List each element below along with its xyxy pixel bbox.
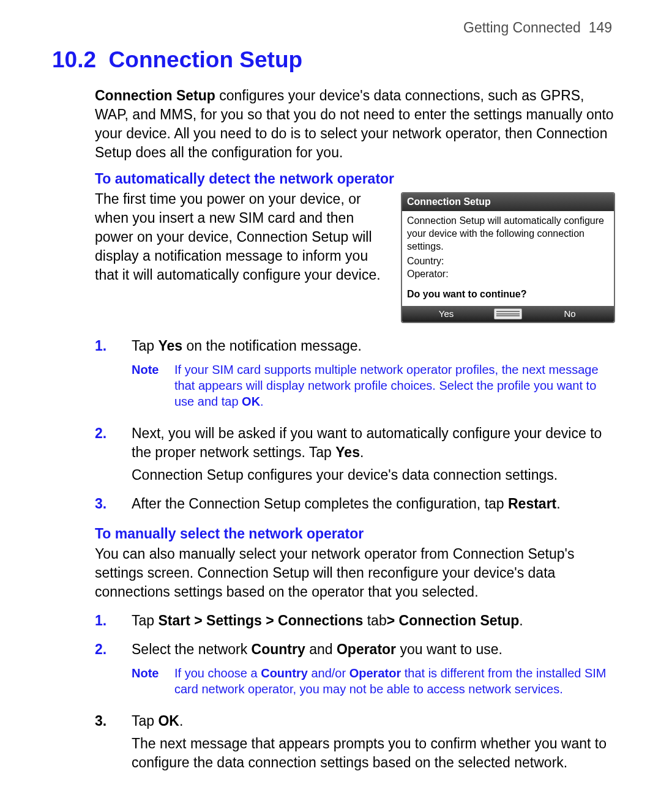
intro-paragraph: Connection Setup configures your device'…	[95, 86, 615, 162]
step-number: 3.	[95, 712, 132, 776]
manual-paragraph: You can also manually select your networ…	[95, 545, 615, 602]
chapter-name: Getting Connected	[463, 20, 581, 35]
list-item: 1.Tap Start > Settings > Connections tab…	[95, 611, 615, 634]
note-text: If your SIM card supports multiple netwo…	[174, 362, 615, 409]
device-continue: Do you want to continue?	[402, 286, 614, 306]
device-message: Connection Setup will automatically conf…	[402, 211, 614, 255]
list-item: 3.Tap OK.The next message that appears p…	[95, 712, 615, 776]
subhead-manual: To manually select the network operator	[95, 524, 615, 543]
step-text: Tap OK.	[132, 712, 615, 731]
list-item: 3.After the Connection Setup completes t…	[95, 494, 615, 517]
note-label: Note	[132, 665, 174, 697]
device-no-button: No	[526, 308, 614, 320]
step-number: 2.	[95, 424, 132, 488]
step-after-text: The next message that appears prompts yo…	[132, 734, 615, 772]
subhead-auto: To automatically detect the network oper…	[95, 169, 615, 188]
step-text: Next, you will be asked if you want to a…	[132, 424, 615, 462]
step-text: Tap Start > Settings > Connections tab> …	[132, 611, 615, 630]
step-text: Tap Yes on the notification message.	[132, 337, 615, 356]
step-number: 2.	[95, 640, 132, 706]
list-item: 2.Select the network Country and Operato…	[95, 640, 615, 706]
note-text: If you choose a Country and/or Operator …	[174, 665, 615, 697]
page-header: Getting Connected 149	[58, 18, 615, 37]
section-heading: 10.2 Connection Setup	[52, 45, 615, 75]
device-fields: Country: Operator:	[402, 255, 614, 286]
auto-paragraph: The first time you power on your device,…	[95, 190, 390, 285]
step-text: Select the network Country and Operator …	[132, 640, 615, 659]
device-title: Connection Setup	[402, 193, 614, 211]
device-screenshot: Connection Setup Connection Setup will a…	[401, 192, 615, 323]
step-text: After the Connection Setup completes the…	[132, 494, 615, 513]
manual-steps-list: 1.Tap Start > Settings > Connections tab…	[95, 611, 615, 776]
device-softkey-bar: Yes No	[402, 306, 614, 322]
note: NoteIf your SIM card supports multiple n…	[132, 362, 615, 409]
note: NoteIf you choose a Country and/or Opera…	[132, 665, 615, 697]
list-item: 1.Tap Yes on the notification message.No…	[95, 337, 615, 418]
auto-steps-list: 1.Tap Yes on the notification message.No…	[95, 337, 615, 517]
step-number: 1.	[95, 337, 132, 418]
page-number: 149	[589, 20, 612, 35]
device-yes-button: Yes	[402, 308, 490, 320]
step-number: 1.	[95, 611, 132, 634]
list-item: 2.Next, you will be asked if you want to…	[95, 424, 615, 488]
step-number: 3.	[95, 494, 132, 517]
keyboard-icon	[494, 308, 522, 319]
step-after-text: Connection Setup configures your device'…	[132, 466, 615, 485]
note-label: Note	[132, 362, 174, 409]
